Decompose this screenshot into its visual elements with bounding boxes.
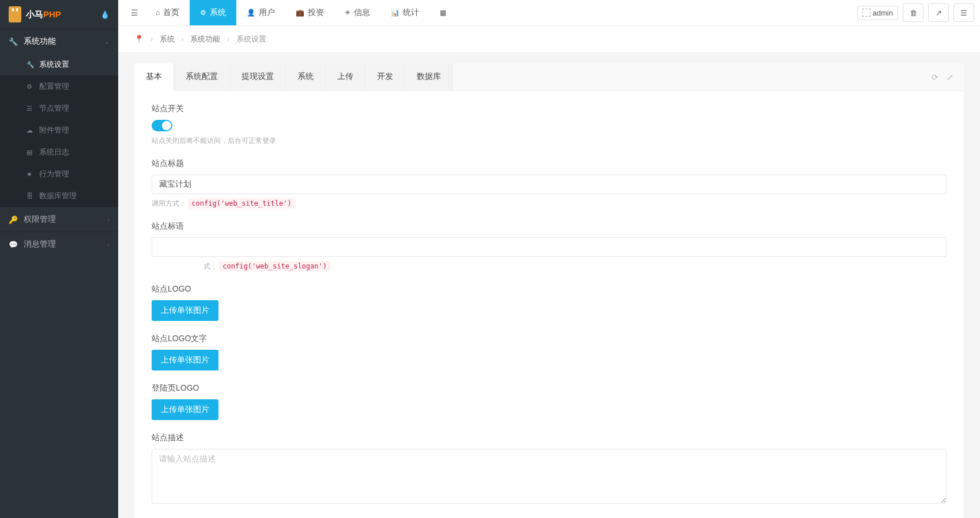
nav-header-permission[interactable]: 🔑 权限管理 ‹ — [0, 207, 118, 232]
chevron-left-icon: ‹ — [107, 216, 110, 223]
tab-dev[interactable]: 开发 — [365, 63, 405, 90]
list-icon: ☰ — [27, 105, 33, 112]
user-menu[interactable]: admin — [857, 6, 898, 20]
topnav-system[interactable]: ⚙ 系统 — [190, 0, 236, 25]
sidebar-header: 小马PHP 💧 — [0, 0, 118, 29]
brand[interactable]: 小马PHP — [9, 6, 61, 22]
sidebar-item-label: 配置管理 — [39, 81, 69, 92]
nav-section-permission: 🔑 权限管理 ‹ — [0, 207, 118, 232]
label-site-desc: 站点描述 — [152, 433, 947, 443]
input-site-title[interactable] — [152, 175, 947, 194]
sidebar-item-logs[interactable]: ▤ 系统日志 — [0, 141, 118, 163]
menu-toggle-button[interactable]: ☰ — [124, 8, 145, 17]
field-site-desc: 站点描述 — [152, 433, 947, 505]
sidebar-item-label: 系统日志 — [39, 147, 69, 157]
expand-button[interactable]: ⤢ — [947, 73, 953, 82]
nav-header-system[interactable]: 🔧 系统功能 ⌄ — [0, 29, 118, 54]
nav-header-label: 系统功能 — [24, 36, 56, 47]
asterisk-icon: ✳ — [345, 9, 350, 17]
site-switch-toggle[interactable] — [152, 120, 172, 131]
breadcrumb-sysfunc[interactable]: 系统功能 — [190, 35, 220, 43]
brand-text: 小马PHP — [26, 9, 61, 20]
tabs: 基本 系统配置 提现设置 系统 上传 开发 数据库 — [134, 63, 453, 90]
menu-right-button[interactable]: ☰ — [953, 3, 974, 22]
help-site-switch: 站点关闭后将不能访问，后台可正常登录 — [152, 136, 947, 146]
form: 站点开关 站点关闭后将不能访问，后台可正常登录 站点标题 调用方式： confi… — [134, 91, 964, 518]
sidebar-item-label: 节点管理 — [39, 103, 69, 114]
user-icon: 👤 — [247, 9, 255, 17]
topnav-label: 统计 — [403, 7, 419, 18]
nav-sub-system: 🔧 系统设置 ⚙ 配置管理 ☰ 节点管理 ☁ 附件管理 ▤ 系统日志 — [0, 54, 118, 207]
sidebar-item-label: 数据库管理 — [39, 191, 77, 201]
file-icon: ▤ — [27, 149, 33, 156]
help-code: config('web_site_slogan') — [219, 261, 330, 271]
avatar-placeholder-icon — [862, 9, 870, 17]
database-icon: 🗄 — [27, 192, 33, 199]
chevron-left-icon: ‹ — [107, 241, 110, 248]
upload-site-logo-button[interactable]: 上传单张图片 — [152, 300, 218, 321]
nav-header-label: 权限管理 — [24, 214, 56, 225]
cloud-icon: ☁ — [27, 127, 33, 134]
grid-icon: ▦ — [440, 9, 446, 17]
brand-logo-icon — [9, 6, 21, 22]
sidebar-item-attachments[interactable]: ☁ 附件管理 — [0, 119, 118, 141]
sidebar-item-config[interactable]: ⚙ 配置管理 — [0, 75, 118, 97]
topnav-info[interactable]: ✳ 信息 — [334, 0, 380, 25]
trash-button[interactable]: 🗑 — [903, 3, 924, 22]
sidebar-item-behavior[interactable]: ★ 行为管理 — [0, 163, 118, 185]
upload-login-logo-button[interactable]: 上传单张图片 — [152, 399, 218, 420]
topnav-label: 首页 — [163, 7, 179, 18]
chart-icon: 📊 — [391, 9, 399, 17]
admin-name: admin — [873, 9, 893, 17]
topnav-user[interactable]: 👤 用户 — [236, 0, 285, 25]
label-site-logo-text: 站点LOGO文字 — [152, 334, 947, 344]
breadcrumb-current: 系统设置 — [236, 35, 266, 43]
input-site-slogan[interactable] — [152, 237, 947, 257]
nav-header-message[interactable]: 💬 消息管理 ‹ — [0, 232, 118, 256]
sidebar: 小马PHP 💧 🔧 系统功能 ⌄ 🔧 系统设置 ⚙ 配置管理 — [0, 0, 118, 518]
upload-site-logo-text-button[interactable]: 上传单张图片 — [152, 350, 218, 370]
trash-icon: 🗑 — [910, 9, 917, 17]
nav-section-message: 💬 消息管理 ‹ — [0, 232, 118, 256]
field-site-logo: 站点LOGO 上传单张图片 — [152, 284, 947, 321]
refresh-button[interactable]: ⟳ — [932, 73, 938, 82]
content: 基本 系统配置 提现设置 系统 上传 开发 数据库 ⟳ ⤢ — [118, 53, 980, 518]
topnav-label: 系统 — [210, 7, 226, 18]
menu-icon: ☰ — [960, 9, 967, 17]
droplet-icon[interactable]: 💧 — [100, 10, 110, 19]
label-site-slogan: 站点标语 — [152, 221, 947, 232]
topnav-apps[interactable]: ▦ — [429, 0, 457, 25]
topbar: ☰ ⌂ 首页 ⚙ 系统 👤 用户 💼 — [118, 0, 980, 26]
textarea-site-desc[interactable] — [152, 449, 947, 504]
briefcase-icon: 💼 — [296, 9, 304, 17]
panel: 基本 系统配置 提现设置 系统 上传 开发 数据库 ⟳ ⤢ — [134, 63, 964, 518]
wrench-icon: 🔧 — [27, 61, 33, 69]
tab-upload[interactable]: 上传 — [326, 63, 365, 90]
nav-section-system: 🔧 系统功能 ⌄ 🔧 系统设置 ⚙ 配置管理 ☰ 节点管理 — [0, 29, 118, 207]
external-button[interactable]: ↗ — [928, 3, 949, 22]
topnav-stats[interactable]: 📊 统计 — [380, 0, 429, 25]
gear-icon: ⚙ — [200, 9, 206, 17]
tab-basic[interactable]: 基本 — [134, 63, 174, 91]
chevron-down-icon: ⌄ — [104, 38, 110, 46]
topnav-label: 信息 — [354, 7, 370, 18]
tab-withdraw[interactable]: 提现设置 — [230, 63, 286, 90]
sidebar-item-system-settings[interactable]: 🔧 系统设置 — [0, 54, 118, 75]
sidebar-item-label: 附件管理 — [39, 125, 69, 135]
field-site-slogan: 站点标语 式： config('web_site_slogan') — [152, 221, 947, 271]
gear-icon: ⚙ — [27, 83, 33, 90]
topnav-invest[interactable]: 💼 投资 — [285, 0, 334, 25]
chat-icon: 💬 — [9, 240, 17, 249]
topnav-home[interactable]: ⌂ 首页 — [145, 0, 190, 25]
breadcrumb: 📍 › 系统 › 系统功能 › 系统设置 — [118, 26, 980, 53]
pin-icon: 📍 — [134, 35, 144, 43]
tab-system[interactable]: 系统 — [286, 63, 326, 90]
sidebar-item-database[interactable]: 🗄 数据库管理 — [0, 185, 118, 207]
topnav-label: 投资 — [308, 7, 324, 18]
main: ☰ ⌂ 首页 ⚙ 系统 👤 用户 💼 — [118, 0, 980, 518]
label-site-switch: 站点开关 — [152, 104, 947, 114]
sidebar-item-nodes[interactable]: ☰ 节点管理 — [0, 97, 118, 119]
tab-db[interactable]: 数据库 — [405, 63, 453, 90]
breadcrumb-system[interactable]: 系统 — [160, 35, 175, 43]
tab-sysconfig[interactable]: 系统配置 — [174, 63, 230, 90]
